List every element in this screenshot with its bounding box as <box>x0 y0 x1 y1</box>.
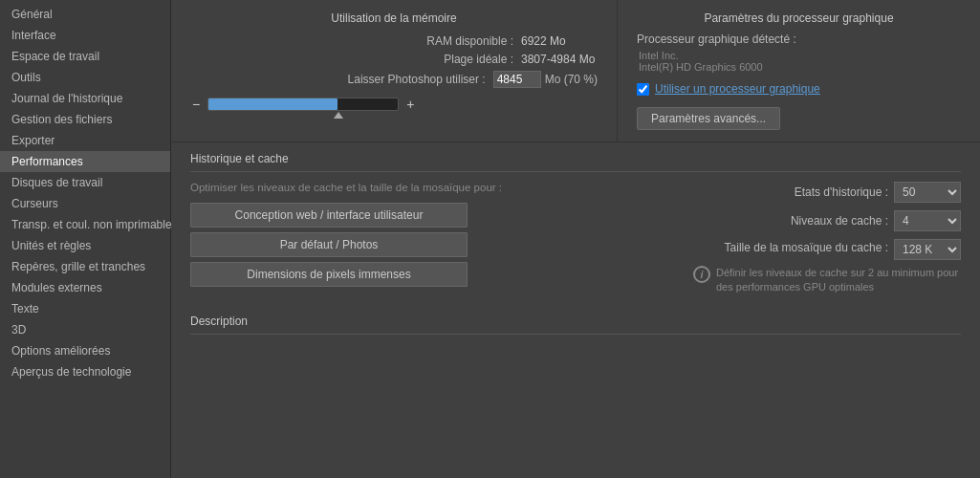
cache-levels-label: Niveaux de cache : <box>791 214 888 228</box>
memory-section: Utilisation de la mémoire RAM disponible… <box>171 0 617 141</box>
ram-row: RAM disponible : 6922 Mo <box>190 34 598 48</box>
sidebar-item-interface[interactable]: Interface <box>0 25 170 46</box>
history-left: Optimiser les niveaux de cache et la tai… <box>190 182 674 295</box>
ram-value: 6922 Mo <box>521 34 598 48</box>
history-section: Historique et cache Optimiser les niveau… <box>171 142 980 305</box>
gpu-checkbox-row: Utiliser un processeur graphique <box>637 82 961 96</box>
info-text: Définir les niveaux de cache sur 2 au mi… <box>716 266 961 295</box>
gpu-title: Paramètres du processeur graphique <box>637 11 961 25</box>
preset-large-button[interactable]: Dimensions de pixels immenses <box>190 262 468 287</box>
sidebar-item-performances[interactable]: Performances <box>0 151 170 172</box>
photoshop-row: Laisser Photoshop utiliser : Mo (70 %) <box>190 71 598 88</box>
slider-fill <box>208 98 338 110</box>
sidebar-item-workspace[interactable]: Espace de travail <box>0 46 170 67</box>
sidebar-item-export[interactable]: Exporter <box>0 130 170 151</box>
sidebar-item-scratch-disks[interactable]: Disques de travail <box>0 172 170 193</box>
description-section: Description <box>171 305 980 350</box>
sidebar-item-cursors[interactable]: Curseurs <box>0 193 170 214</box>
sidebar-item-general[interactable]: Général <box>0 4 170 25</box>
sidebar-item-tools[interactable]: Outils <box>0 67 170 88</box>
gpu-name: Intel Inc. Intel(R) HD Graphics 6000 <box>637 50 961 73</box>
gpu-checkbox-label[interactable]: Utiliser un processeur graphique <box>655 82 820 96</box>
range-label: Plage idéale : <box>444 53 513 66</box>
history-right: Etats d'historique : 50 Niveaux de cache… <box>693 182 961 295</box>
sidebar-item-enhanced[interactable]: Options améliorées <box>0 340 170 361</box>
sidebar: Général Interface Espace de travail Outi… <box>0 0 171 478</box>
preset-web-button[interactable]: Conception web / interface utilisateur <box>190 203 468 228</box>
sidebar-item-3d[interactable]: 3D <box>0 319 170 340</box>
slider-track <box>207 98 399 111</box>
sidebar-item-text[interactable]: Texte <box>0 298 170 319</box>
memory-decrease-button[interactable]: − <box>190 97 202 112</box>
sidebar-item-tech-previews[interactable]: Aperçus de technologie <box>0 361 170 382</box>
history-states-select[interactable]: 50 <box>894 182 961 203</box>
info-icon: i <box>693 266 710 283</box>
memory-slider[interactable] <box>207 96 399 113</box>
photoshop-percent: Mo (70 %) <box>545 73 598 86</box>
cache-levels-select[interactable]: 4 <box>894 210 961 231</box>
main-content: Utilisation de la mémoire RAM disponible… <box>171 0 980 478</box>
gpu-section: Paramètres du processeur graphique Proce… <box>617 0 980 141</box>
history-section-header: Historique et cache <box>190 152 961 172</box>
cache-tile-select[interactable]: 128 K <box>894 239 961 260</box>
history-states-row: Etats d'historique : 50 <box>693 182 961 203</box>
ram-label: RAM disponible : <box>426 34 513 48</box>
sidebar-item-plugins[interactable]: Modules externes <box>0 277 170 298</box>
range-value: 3807-4984 Mo <box>521 53 598 66</box>
preset-photos-button[interactable]: Par défaut / Photos <box>190 232 468 257</box>
optimize-label: Optimiser les niveaux de cache et la tai… <box>190 182 674 193</box>
slider-row: − + <box>190 96 598 113</box>
gpu-name-line2: Intel(R) HD Graphics 6000 <box>639 61 763 73</box>
info-box: i Définir les niveaux de cache sur 2 au … <box>693 266 961 295</box>
advanced-settings-button[interactable]: Paramètres avancés... <box>637 107 780 130</box>
sidebar-item-file-management[interactable]: Gestion des fichiers <box>0 109 170 130</box>
photoshop-label: Laisser Photoshop utiliser : <box>348 73 486 86</box>
gpu-name-line1: Intel Inc. <box>639 50 679 61</box>
gpu-checkbox[interactable] <box>637 83 649 96</box>
top-sections: Utilisation de la mémoire RAM disponible… <box>171 0 980 142</box>
description-header: Description <box>190 315 961 335</box>
sidebar-item-transparency[interactable]: Transp. et coul. non imprimables <box>0 214 170 235</box>
photoshop-value-input[interactable] <box>493 71 541 88</box>
sidebar-item-units[interactable]: Unités et règles <box>0 235 170 256</box>
cache-tile-label: Taille de la mosaïque du cache : <box>725 239 888 254</box>
gpu-detected-label: Processeur graphique détecté : <box>637 33 961 46</box>
sidebar-item-history-log[interactable]: Journal de l'historique <box>0 88 170 109</box>
cache-tile-row: Taille de la mosaïque du cache : 128 K <box>693 239 961 260</box>
cache-levels-row: Niveaux de cache : 4 <box>693 210 961 231</box>
slider-thumb <box>334 112 343 119</box>
history-states-label: Etats d'historique : <box>795 185 888 199</box>
memory-title: Utilisation de la mémoire <box>190 11 598 25</box>
memory-increase-button[interactable]: + <box>404 97 416 112</box>
sidebar-item-guides[interactable]: Repères, grille et tranches <box>0 256 170 277</box>
history-content: Optimiser les niveaux de cache et la tai… <box>190 182 961 295</box>
range-row: Plage idéale : 3807-4984 Mo <box>190 53 598 66</box>
